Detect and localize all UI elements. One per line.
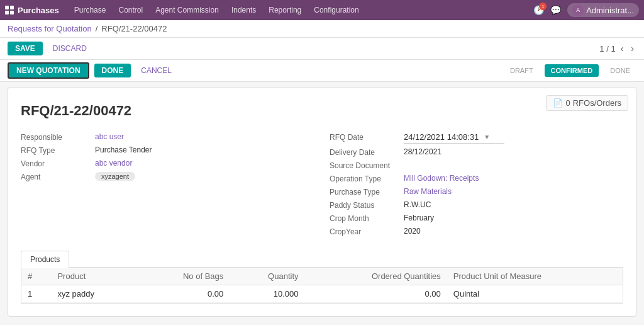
status-bar: NEW QUOTATION DONE CANCEL DRAFT CONFIRME…	[0, 60, 644, 82]
col-product: Product	[51, 268, 137, 285]
nav-purchase[interactable]: Purchase	[69, 3, 111, 17]
breadcrumb-current: RFQ/21-22/00472	[101, 24, 167, 33]
field-responsible: Responsible abc user	[21, 130, 314, 144]
field-operation-type: Operation Type Mill Godown: Receipts	[330, 172, 623, 185]
rfq-orders-label: RFOs/Orders	[573, 98, 621, 108]
value-paddy-status: R.W.UC	[404, 200, 431, 209]
label-rfq-type: RFQ Type	[21, 145, 90, 155]
rfq-orders-count: 0	[565, 98, 570, 108]
field-vendor: Vendor abc vendor	[21, 157, 314, 170]
form-right: RFQ Date 24/12/2021 14:08:31 ▼ Delivery …	[330, 130, 623, 238]
document-form: Responsible abc user RFQ Type Purchase T…	[21, 130, 623, 238]
field-source-document: Source Document	[330, 159, 623, 172]
step-done: DONE	[604, 64, 636, 77]
step-confirmed: CONFIRMED	[545, 64, 599, 77]
document-card: 📄 0 RFOs/Orders RFQ/21-22/00472 Responsi…	[8, 87, 636, 317]
form-left: Responsible abc user RFQ Type Purchase T…	[21, 130, 314, 238]
breadcrumb-parent[interactable]: Requests for Quotation	[8, 24, 92, 33]
label-crop-month: Crop Month	[330, 214, 399, 223]
breadcrumb-separator: /	[96, 24, 98, 33]
nav-agent-commission[interactable]: Agent Commission	[150, 3, 224, 17]
col-no-of-bags: No of Bags	[137, 268, 230, 285]
cell-ordered-qty: 0.00	[305, 285, 447, 303]
topbar-right: 🕐 1 💬 A Administrat...	[533, 3, 639, 17]
cell-num: 1	[21, 285, 51, 303]
breadcrumb: Requests for Quotation / RFQ/21-22/00472	[0, 20, 644, 38]
date-dropdown-icon: ▼	[484, 134, 490, 140]
user-avatar: A	[572, 4, 584, 16]
topbar: Purchases Purchase Control Agent Commiss…	[0, 0, 644, 20]
save-button[interactable]: SAVE	[8, 42, 43, 55]
field-agent: Agent xyzagent	[21, 170, 314, 183]
new-quotation-button[interactable]: NEW QUOTATION	[8, 62, 89, 79]
pagination-count: 1 / 1	[599, 44, 615, 54]
grid-icon	[5, 6, 14, 14]
done-button[interactable]: DONE	[94, 64, 131, 77]
value-operation-type[interactable]: Mill Godown: Receipts	[404, 174, 479, 183]
value-responsible[interactable]: abc user	[95, 132, 124, 141]
label-agent: Agent	[21, 172, 90, 181]
products-table-wrap: # Product No of Bags Quantity Ordered Qu…	[21, 268, 623, 304]
value-delivery-date: 28/12/2021	[404, 147, 441, 156]
cancel-button[interactable]: CANCEL	[136, 64, 177, 77]
label-operation-type: Operation Type	[330, 174, 399, 183]
activity-icon[interactable]: 🕐 1	[533, 5, 544, 15]
document-title: RFQ/21-22/00472	[21, 103, 623, 119]
main-nav: Purchase Control Agent Commission Indent…	[69, 3, 523, 17]
notification-badge: 1	[539, 3, 547, 10]
value-crop-year: 2020	[404, 227, 421, 236]
nav-configuration[interactable]: Configuration	[309, 3, 364, 17]
chat-icon[interactable]: 💬	[550, 5, 561, 15]
label-purchase-type: Purchase Type	[330, 187, 399, 197]
field-purchase-type: Purchase Type Raw Materials	[330, 185, 623, 198]
cell-uom: Quintal	[447, 285, 623, 303]
table-row: 1 xyz paddy 0.00 10.000 0.00 Quintal	[21, 285, 623, 303]
value-purchase-type[interactable]: Raw Materials	[404, 187, 452, 196]
nav-indents[interactable]: Indents	[226, 3, 261, 17]
tabs: Products	[21, 251, 623, 268]
col-quantity: Quantity	[230, 268, 304, 285]
user-menu[interactable]: A Administrat...	[567, 3, 639, 17]
value-rfq-date: 24/12/2021 14:08:31	[404, 132, 479, 142]
value-crop-month: February	[404, 214, 434, 222]
app-title: Purchases	[18, 6, 59, 15]
pagination: 1 / 1 ‹ ›	[599, 42, 636, 55]
main-content: 📄 0 RFOs/Orders RFQ/21-22/00472 Responsi…	[0, 82, 644, 322]
label-paddy-status: Paddy Status	[330, 200, 399, 210]
tab-products[interactable]: Products	[21, 251, 69, 268]
nav-reporting[interactable]: Reporting	[264, 3, 306, 17]
status-steps: DRAFT CONFIRMED DONE	[504, 64, 636, 77]
field-crop-month: Crop Month February	[330, 212, 623, 225]
cell-product: xyz paddy	[51, 285, 137, 303]
value-agent: xyzagent	[95, 172, 135, 181]
col-ordered-qty: Ordered Quantities	[305, 268, 447, 285]
app-logo[interactable]: Purchases	[5, 6, 59, 15]
cell-no-of-bags: 0.00	[137, 285, 230, 303]
pagination-next[interactable]: ›	[628, 42, 636, 55]
label-vendor: Vendor	[21, 159, 90, 168]
nav-control[interactable]: Control	[113, 3, 148, 17]
field-rfq-type: RFQ Type Purchase Tender	[21, 144, 314, 157]
action-bar: SAVE DISCARD 1 / 1 ‹ ›	[0, 38, 644, 60]
rfq-orders-icon: 📄	[553, 98, 563, 108]
table-header-row: # Product No of Bags Quantity Ordered Qu…	[21, 268, 623, 285]
label-source-document: Source Document	[330, 161, 399, 170]
label-responsible: Responsible	[21, 132, 90, 142]
label-delivery-date: Delivery Date	[330, 147, 399, 157]
field-delivery-date: Delivery Date 28/12/2021	[330, 145, 623, 159]
value-rfq-type: Purchase Tender	[95, 145, 152, 154]
discard-button[interactable]: DISCARD	[48, 42, 92, 55]
pagination-prev[interactable]: ‹	[618, 42, 626, 55]
field-rfq-date: RFQ Date 24/12/2021 14:08:31 ▼	[330, 130, 623, 145]
rfq-orders-button[interactable]: 📄 0 RFOs/Orders	[546, 95, 628, 111]
step-draft: DRAFT	[504, 64, 540, 77]
field-crop-year: CropYear 2020	[330, 225, 623, 238]
value-rfq-date-wrapper[interactable]: 24/12/2021 14:08:31 ▼	[404, 132, 504, 144]
label-rfq-date: RFQ Date	[330, 132, 399, 142]
cell-quantity: 10.000	[230, 285, 304, 303]
col-uom: Product Unit of Measure	[447, 268, 623, 285]
products-table: # Product No of Bags Quantity Ordered Qu…	[21, 268, 623, 303]
user-name: Administrat...	[586, 6, 634, 15]
value-vendor[interactable]: abc vendor	[95, 159, 132, 168]
col-num: #	[21, 268, 51, 285]
